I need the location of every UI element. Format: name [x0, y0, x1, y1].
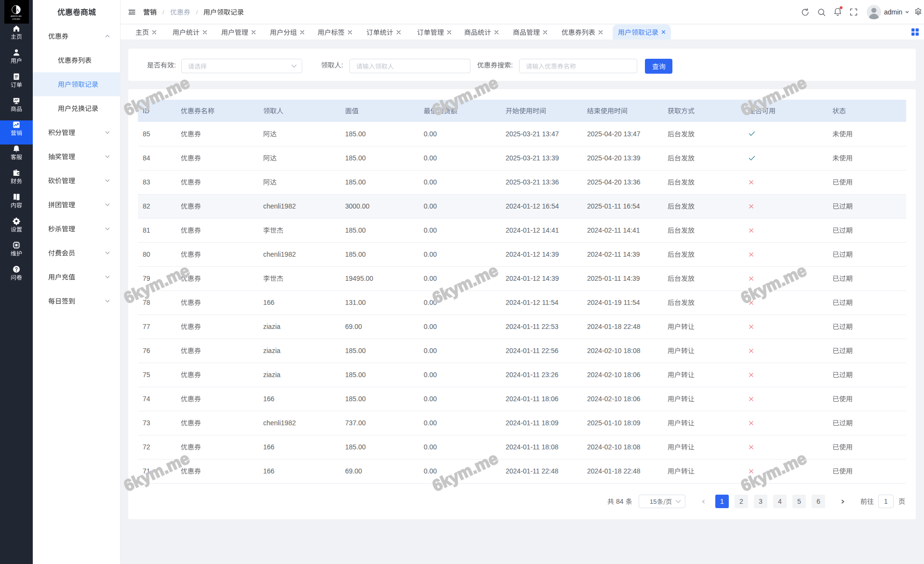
svg-text:AMERICAN: AMERICAN: [11, 15, 22, 17]
svg-text:DREAM: DREAM: [12, 18, 20, 20]
svg-text:A: A: [16, 8, 19, 13]
